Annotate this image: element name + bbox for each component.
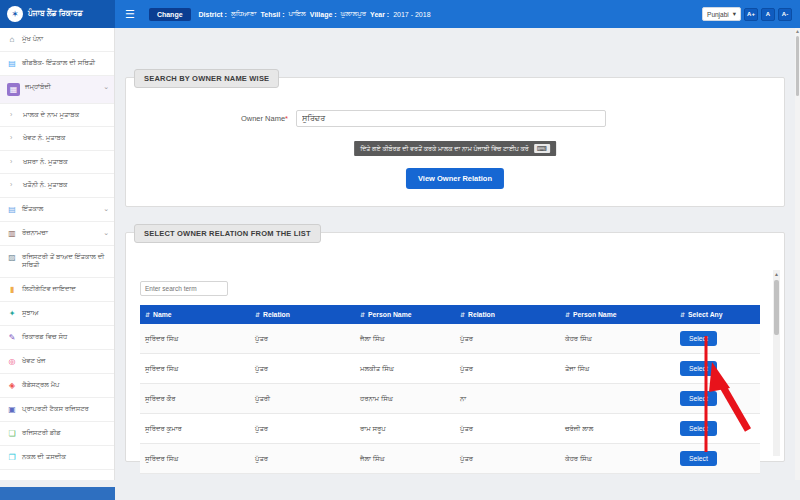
suggestion-icon: ✦	[7, 309, 17, 318]
select-button[interactable]: Select	[680, 391, 717, 406]
column-header-relation-1[interactable]: ⇵Relation	[250, 305, 355, 324]
year-value: 2017 - 2018	[393, 11, 430, 18]
sidebar-footer-strip	[0, 487, 115, 500]
sidebar-item-litigative-property[interactable]: ▮ ਲਿਟੀਗੇਟਿਵ ਜਾਇਦਾਦ	[0, 278, 114, 302]
required-asterisk: *	[285, 114, 288, 123]
cell-relation: ਨਾ	[455, 384, 560, 414]
view-owner-relation-button[interactable]: View Owner Relation	[406, 168, 504, 189]
property-icon: ▮	[7, 285, 17, 294]
village-value: ਘੁਲਾਲਪੁਰ	[341, 10, 367, 18]
column-header-relation-2[interactable]: ⇵Relation	[455, 305, 560, 324]
feedback-icon: ▤	[7, 59, 17, 68]
cell-person-name: ਹਰਨਾਮ ਸਿੰਘ	[355, 384, 455, 414]
jamabandi-grid-icon: ▦	[7, 83, 20, 96]
pencil-icon: ✎	[7, 333, 17, 342]
select-button[interactable]: Select	[680, 331, 717, 346]
sidebar-item-property-tax-register[interactable]: ▣ ਪ੍ਰਾਪਰਟੀ ਟੈਕਸ ਰਜਿਸਟਰ	[0, 398, 114, 422]
relation-section-title: SELECT OWNER RELATION FROM THE LIST	[134, 224, 321, 243]
language-select[interactable]: Punjabi ▾	[702, 7, 741, 21]
sort-icon: ⇵	[565, 312, 570, 318]
chevron-right-icon: ›	[10, 158, 18, 165]
sidebar-scrollbar[interactable]: ▲	[795, 28, 800, 480]
select-button[interactable]: Select	[680, 421, 717, 436]
sort-icon: ⇵	[460, 312, 465, 318]
sidebar-item-mutation-after-registry[interactable]: ▨ ਰਜਿਸਟਰੀ ਤੋਂ ਬਾਅਦ ਇੰਤਕਾਲ ਦੀ ਸਥਿਤੀ	[0, 246, 114, 278]
cell-person-name: ਮਲਕੀਤ ਸਿੰਘ	[355, 354, 455, 384]
home-icon: ⌂	[7, 35, 17, 44]
sidebar-item-label: ਰਜਿਸਟਰੀ ਤੋਂ ਬਾਅਦ ਇੰਤਕਾਲ ਦੀ ਸਥਿਤੀ	[22, 253, 109, 270]
column-header-name[interactable]: ⇵Name	[140, 305, 250, 324]
district-label: District :	[199, 11, 227, 18]
sidebar-nav: ⌂ ਮੁੱਖ ਪੰਨਾ ▤ ਫੀਡਬੈਕ- ਇੰਤਕਾਲ ਦੀ ਸਥਿਤੀ ▦ …	[0, 28, 115, 480]
chevron-down-icon: ▾	[733, 10, 736, 18]
sidebar-item-mutation[interactable]: ▤ ਇੰਤਕਾਲ ⌄	[0, 198, 114, 222]
sidebar-item-label: ਮਾਲਕ ਦੇ ਨਾਮ ਮੁਤਾਬਕ	[23, 111, 109, 119]
sidebar-item-label: ਰੋਜ਼ਨਾਮਚਾ	[22, 229, 96, 237]
scrollbar-thumb[interactable]	[796, 36, 799, 96]
logo-block: ✶ ਪੰਜਾਬ ਲੈਂਡ ਰਿਕਾਰਡ	[0, 0, 115, 28]
sidebar-item-registry-deed[interactable]: ❏ ਰਜਿਸਟਰੀ ਡੀਡ	[0, 422, 114, 446]
sidebar-item-feedback-mutation-status[interactable]: ▤ ਫੀਡਬੈਕ- ਇੰਤਕਾਲ ਦੀ ਸਥਿਤੀ	[0, 52, 114, 76]
sidebar-subitem-by-khewat-no[interactable]: › ਖੇਵਟ ਨੰ. ਮੁਤਾਬਕ	[0, 127, 114, 150]
sidebar-item-copy-verification[interactable]: ❐ ਨਕਲ ਦੀ ਤਸਦੀਕ	[0, 446, 114, 470]
sidebar-item-khewat-search[interactable]: ◎ ਖੇਵਟ ਖੋਜ	[0, 350, 114, 374]
select-button[interactable]: Select	[680, 451, 717, 466]
app-title: ਪੰਜਾਬ ਲੈਂਡ ਰਿਕਾਰਡ	[28, 9, 83, 19]
sidebar-item-cadastral-map[interactable]: ◈ ਕੈਡੇਸਟ੍ਰਲ ਮੈਪ	[0, 374, 114, 398]
sidebar-subitem-by-khatauni-no[interactable]: › ਖਤੌਨੀ ਨੰ. ਮੁਤਾਬਕ	[0, 174, 114, 197]
scrollbar-thumb[interactable]	[774, 280, 779, 335]
owner-name-input[interactable]	[296, 110, 606, 127]
registry-status-icon: ▨	[7, 253, 17, 262]
location-info: District : ਲੁਧਿਆਣਾ Tehsil : ਪਾਇਲ Village…	[199, 10, 431, 18]
cell-relation: ਪੁੱਤਰੀ	[250, 384, 355, 414]
tax-register-icon: ▣	[7, 405, 17, 414]
font-size-normal-button[interactable]: A	[761, 8, 775, 21]
sidebar-item-label: ਪ੍ਰਾਪਰਟੀ ਟੈਕਸ ਰਜਿਸਟਰ	[22, 405, 109, 413]
cell-person-name: ਤੇਜਾ ਸਿੰਘ	[560, 354, 675, 384]
column-header-person-name-1[interactable]: ⇵Person Name	[355, 305, 455, 324]
sidebar-item-label: ਖੇਵਟ ਖੋਜ	[22, 357, 109, 365]
table-search-input[interactable]	[140, 281, 228, 296]
scroll-up-icon[interactable]: ▲	[795, 28, 800, 34]
hamburger-menu-icon[interactable]: ☰	[125, 8, 135, 21]
table-scrollbar[interactable]: ▲	[773, 270, 780, 456]
select-button[interactable]: Select	[680, 361, 717, 376]
sidebar-item-home[interactable]: ⌂ ਮੁੱਖ ਪੰਨਾ	[0, 28, 114, 52]
search-section-title: SEARCH BY OWNER NAME WISE	[134, 69, 279, 88]
chevron-right-icon: ›	[10, 111, 18, 118]
change-location-button[interactable]: Change	[149, 8, 191, 21]
year-label: Year :	[370, 11, 389, 18]
cell-relation: ਪੁੱਤਰ	[455, 414, 560, 444]
document-icon: ▤	[7, 205, 17, 214]
font-size-increase-button[interactable]: A+	[744, 8, 758, 21]
column-header-select-any[interactable]: ⇵Select Any	[675, 305, 760, 324]
sidebar-item-label: ਲਿਟੀਗੇਟਿਵ ਜਾਇਦਾਦ	[22, 285, 109, 293]
table-row: ਸੁਰਿੰਦਰ ਕੁਮਾਰ ਪੁੱਤਰ ਰਾਮ ਸਰੂਪ ਪੁੱਤਰ ਚਰੰਜੀ…	[140, 414, 760, 444]
ledger-icon: ▥	[7, 229, 17, 238]
sidebar-item-roznamcha[interactable]: ▥ ਰੋਜ਼ਨਾਮਚਾ ⌄	[0, 222, 114, 246]
cell-person-name: ਜੈਲਾ ਸਿੰਘ	[355, 324, 455, 354]
cell-relation: ਪੁੱਤਰ	[455, 324, 560, 354]
language-selected-value: Punjabi	[707, 11, 729, 18]
table-row: ਸੁਰਿੰਦਰ ਸਿੰਘ ਪੁੱਤਰ ਮਲਕੀਤ ਸਿੰਘ ਪੁੱਤਰ ਤੇਜਾ…	[140, 354, 760, 384]
cell-person-name: ਕੇਹਰ ਸਿੰਘ	[560, 444, 675, 474]
sidebar-subitem-by-owner-name[interactable]: › ਮਾਲਕ ਦੇ ਨਾਮ ਮੁਤਾਬਕ	[0, 104, 114, 127]
village-label: Village :	[310, 11, 337, 18]
cell-relation: ਪੁੱਤਰ	[250, 354, 355, 384]
sidebar-item-suggestions[interactable]: ✦ ਸੁਝਾਅ	[0, 302, 114, 326]
cell-relation: ਪੁੱਤਰ	[250, 414, 355, 444]
owner-name-label: Owner Name*	[126, 114, 296, 123]
font-size-decrease-button[interactable]: A-	[778, 8, 792, 21]
sort-icon: ⇵	[680, 312, 685, 318]
sidebar-item-record-correction[interactable]: ✎ ਰਿਕਾਰਡ ਵਿਚ ਸੋਧ	[0, 326, 114, 350]
chevron-right-icon: ›	[10, 181, 18, 188]
keyboard-icon[interactable]: ⌨	[534, 144, 550, 153]
scroll-up-icon[interactable]: ▲	[773, 270, 780, 278]
chevron-down-icon: ⌄	[103, 229, 109, 237]
column-header-person-name-2[interactable]: ⇵Person Name	[560, 305, 675, 324]
sidebar-item-label: ਖਤੌਨੀ ਨੰ. ਮੁਤਾਬਕ	[23, 181, 109, 189]
sidebar-item-label: ਕੈਡੇਸਟ੍ਰਲ ਮੈਪ	[22, 381, 109, 389]
sidebar-item-label: ਫੀਡਬੈਕ- ਇੰਤਕਾਲ ਦੀ ਸਥਿਤੀ	[22, 59, 109, 67]
sidebar-subitem-by-khasra-no[interactable]: › ਖਸਰਾ ਨੰ. ਮੁਤਾਬਕ	[0, 151, 114, 174]
sidebar-item-jamabandi[interactable]: ▦ ਜਮ੍ਹਾਂਬੰਦੀ ⌄	[0, 76, 114, 104]
